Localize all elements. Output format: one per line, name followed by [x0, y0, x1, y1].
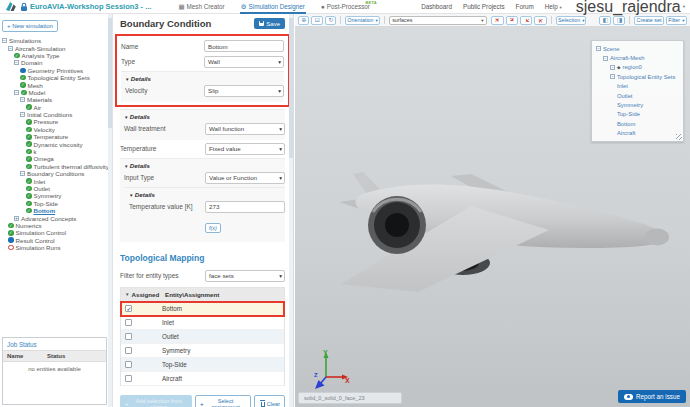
aircraft-model[interactable] [333, 170, 678, 305]
scene-item-region0[interactable]: −◆region0 [595, 63, 680, 72]
collapse-icon[interactable]: − [8, 46, 13, 51]
assignment-row-aircraft[interactable]: Aircraft [121, 372, 284, 386]
velocity-select[interactable]: Slip [204, 85, 284, 97]
assignment-row-symmetry[interactable]: Symmetry [121, 344, 284, 358]
sidebar-item-aircraft-simulation[interactable]: −Aircraft-Simulation [0, 44, 112, 51]
sidebar-item-numerics[interactable]: Numerics [0, 222, 112, 229]
tab-mesh-creator[interactable]: ▦Mesh Creator [177, 0, 225, 14]
render-mode-select[interactable]: surfaces▾ [389, 16, 487, 25]
sidebar-item-bottom[interactable]: Bottom [0, 207, 112, 214]
orientation-preset-4-button[interactable]: ✈ [534, 16, 546, 25]
collapse-icon[interactable]: − [20, 171, 25, 176]
selection-select[interactable]: Selection▾ [556, 16, 587, 25]
assignment-row-bottom[interactable]: Bottom [121, 302, 284, 316]
add-selection-from-viewer-button[interactable]: Add selection from viewer [120, 395, 192, 407]
sidebar-item-domain[interactable]: −Domain [0, 59, 112, 66]
nav-forum[interactable]: Forum [516, 3, 534, 10]
orientation-preset-3-button[interactable]: ✈ [520, 16, 532, 25]
sidebar-item-symmetry[interactable]: Symmetry [0, 192, 112, 199]
new-simulation-button[interactable]: + New simulation [2, 20, 58, 32]
details-section-title[interactable]: Details [124, 113, 285, 120]
clear-button[interactable]: Clear [254, 395, 285, 407]
scene-item-scene[interactable]: −Scene [595, 44, 680, 53]
sidebar-item-advanced-concepts[interactable]: +Advanced Concepts [0, 214, 112, 221]
sidebar-item-model[interactable]: −Model [0, 89, 112, 96]
scene-item-topological-entity-sets[interactable]: −Topological Entity Sets [595, 72, 680, 81]
save-button[interactable]: Save [254, 18, 285, 29]
collapse-icon[interactable]: − [20, 112, 25, 117]
function-input-button[interactable]: f(x) [205, 223, 221, 233]
collapse-icon[interactable]: − [14, 90, 19, 95]
wall-treatment-select[interactable]: Wall function [205, 123, 285, 135]
sidebar-item-dynamic-viscosity[interactable]: Dynamic viscosity [0, 140, 112, 147]
input-type-select[interactable]: Value or Function [205, 172, 285, 184]
sidebar-item-temperature[interactable]: Temperature [0, 133, 112, 140]
nav-public-projects[interactable]: Public Projects [463, 3, 505, 10]
sidebar-item-materials[interactable]: −Materials [0, 96, 112, 103]
orientation-preset-1-button[interactable]: ✈ [491, 16, 503, 25]
assignment-checkbox[interactable] [125, 375, 132, 382]
sidebar-item-pressure[interactable]: Pressure [0, 118, 112, 125]
filter-select[interactable]: Filter▾ [666, 16, 687, 25]
assignment-checkbox[interactable] [125, 333, 132, 340]
orientation-select[interactable]: Orientation▾ [345, 16, 379, 25]
entity-filter-select[interactable]: face sets [205, 270, 285, 282]
sidebar-item-turbulent-thermal-diffusivity[interactable]: Turbulent thermal diffusivity [0, 163, 112, 170]
assignment-row-inlet[interactable]: Inlet [121, 316, 284, 330]
type-select[interactable]: Wall [204, 56, 284, 68]
sidebar-item-boundary-conditions[interactable]: −Boundary Conditions [0, 170, 112, 177]
sidebar-item-top-side[interactable]: Top-Side [0, 200, 112, 207]
scene-item-top-side[interactable]: Top-Side [595, 110, 680, 119]
sidebar-item-simulation-control[interactable]: Simulation Control [0, 229, 112, 236]
sidebar-item-outlet[interactable]: Outlet [0, 185, 112, 192]
resize-handle[interactable] [676, 134, 682, 140]
collapse-icon[interactable]: − [610, 74, 615, 79]
sidebar-item-simulation-runs[interactable]: Simulation Runs [0, 244, 112, 251]
sidebar-item-air[interactable]: Air [0, 104, 112, 111]
sidebar-item-simulations[interactable]: −Simulations [0, 37, 112, 44]
assignment-checkbox[interactable] [125, 361, 132, 368]
scene-item-aircraft-mesh[interactable]: −Aircraft-Mesh [595, 53, 680, 62]
details-section-title[interactable]: Details [125, 75, 284, 82]
select-assignment-button[interactable]: Select assignment [195, 395, 251, 407]
nav-help[interactable]: Help ▾ [545, 3, 562, 10]
viewer-3d[interactable]: ⊕ ⊡ ↻ Orientation▾ surfaces▾ ✈✈✈✈ Select… [295, 14, 690, 407]
report-issue-button[interactable]: Report an issue [618, 390, 686, 403]
sidebar-scrollbar[interactable] [108, 14, 112, 407]
assignment-row-outlet[interactable]: Outlet [121, 330, 284, 344]
orientation-preset-2-button[interactable]: ✈ [506, 16, 518, 25]
tab-simulation-designer[interactable]: ⚙Simulation Designer [240, 0, 306, 14]
create-set-button[interactable]: Create set [634, 16, 663, 25]
sidebar-item-geometry-primitives[interactable]: Geometry Primitives [0, 67, 112, 74]
sidebar-item-inlet[interactable]: Inlet [0, 177, 112, 184]
scene-item-aircraft[interactable]: Aircraft [595, 129, 680, 138]
scene-item-inlet[interactable]: Inlet [595, 82, 680, 91]
scene-item-outlet[interactable]: Outlet [595, 91, 680, 100]
assignment-checkbox[interactable] [125, 347, 132, 354]
collapse-icon[interactable]: − [14, 60, 19, 65]
assignment-row-top-side[interactable]: Top-Side [121, 358, 284, 372]
scene-item-symmetry[interactable]: Symmetry [595, 100, 680, 109]
refresh-view-button[interactable]: ↻ [325, 16, 336, 25]
temperature-select[interactable]: Fixed value [205, 143, 285, 155]
sidebar-item-analysis-type[interactable]: Analysis Type [0, 52, 112, 59]
assignment-checkbox[interactable] [125, 305, 132, 312]
assignment-checkbox[interactable] [125, 319, 132, 326]
temperature-value-input[interactable] [205, 201, 285, 213]
sidebar-item-mesh[interactable]: Mesh [0, 81, 112, 88]
sidebar-item-initial-conditions[interactable]: −Initial Conditions [0, 111, 112, 118]
fit-view-button[interactable]: ⊡ [311, 16, 322, 25]
nav-dashboard[interactable]: Dashboard [421, 3, 452, 10]
details-section-title[interactable]: Details [129, 191, 285, 198]
collapse-icon[interactable]: − [610, 65, 615, 70]
sidebar-item-velocity[interactable]: Velocity [0, 126, 112, 133]
panel-scrollbar[interactable] [289, 14, 293, 407]
isolate-button[interactable]: ◨ [613, 16, 625, 25]
name-input[interactable] [204, 40, 284, 52]
sort-caret-icon[interactable]: ▼ [125, 292, 129, 297]
collapse-icon[interactable]: − [20, 97, 25, 102]
expand-icon[interactable]: + [14, 216, 19, 221]
sidebar-item-k[interactable]: k [0, 148, 112, 155]
user-menu[interactable]: sjesu_rajendra ▾ [576, 0, 685, 16]
sidebar-item-topological-entity-sets[interactable]: Topological Entity Sets [0, 74, 112, 81]
